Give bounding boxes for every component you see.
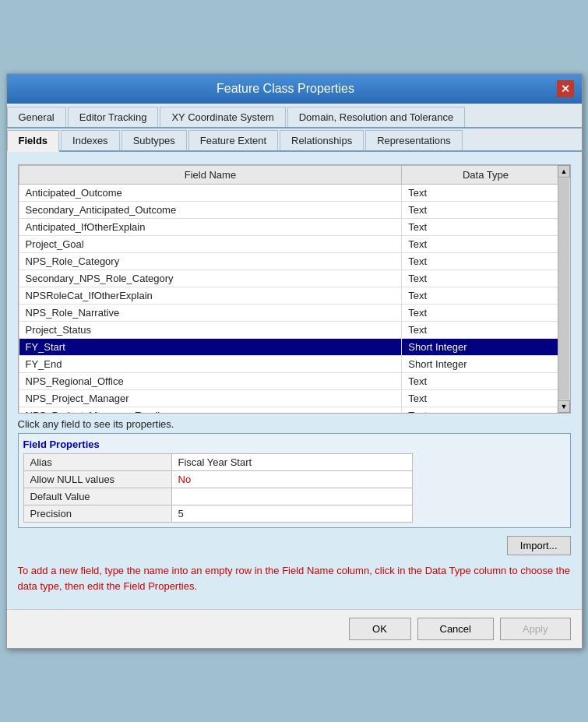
data-type-cell: Text (402, 219, 569, 236)
tab-general[interactable]: General (7, 107, 66, 127)
data-type-cell: Text (402, 373, 569, 390)
table-row[interactable]: Project_GoalText (19, 236, 569, 253)
table-scroll-area[interactable]: Field Name Data Type Anticipated_Outcome… (19, 165, 570, 413)
table-row[interactable]: FY_EndShort Integer (19, 356, 569, 373)
tabs-row2: Fields Indexes Subtypes Feature Extent R… (7, 129, 582, 152)
data-type-cell: Text (402, 407, 569, 414)
prop-value[interactable]: 5 (171, 505, 412, 523)
props-row: Allow NULL valuesNo (23, 471, 412, 488)
field-name-cell: Anticipated_IfOtherExplain (19, 219, 402, 236)
field-name-cell: NPSRoleCat_IfOtherExplain (19, 287, 402, 305)
table-row[interactable]: NPS_Project_ManagerText (19, 390, 569, 407)
data-type-cell: Text (402, 253, 569, 270)
field-name-cell: FY_End (19, 356, 402, 373)
properties-table: AliasFiscal Year StartAllow NULL valuesN… (23, 453, 413, 523)
col-header-field-name: Field Name (19, 166, 402, 185)
prop-name: Default Value (23, 488, 171, 505)
scroll-down-button[interactable]: ▼ (558, 400, 570, 413)
window-title: Feature Class Properties (15, 82, 557, 96)
data-type-cell: Text (402, 202, 569, 219)
tab-feature-extent[interactable]: Feature Extent (188, 130, 278, 150)
data-type-cell: Text (402, 270, 569, 287)
props-row: Precision5 (23, 505, 412, 523)
props-row: Default Value (23, 488, 412, 505)
table-row[interactable]: NPS_Project_Manager_EmailText (19, 407, 569, 414)
tab-fields[interactable]: Fields (7, 130, 60, 152)
tab-indexes[interactable]: Indexes (61, 130, 120, 150)
tab-domain-resolution[interactable]: Domain, Resolution and Tolerance (287, 107, 466, 127)
field-name-cell: NPS_Project_Manager_Email (19, 407, 402, 414)
main-window: Feature Class Properties ✕ General Edito… (6, 73, 583, 649)
table-row[interactable]: Anticipated_IfOtherExplainText (19, 219, 569, 236)
field-name-cell: FY_Start (19, 339, 402, 356)
table-row[interactable]: Project_StatusText (19, 322, 569, 339)
prop-name: Precision (23, 505, 171, 523)
ok-button[interactable]: OK (349, 618, 411, 640)
prop-value[interactable] (171, 488, 412, 505)
field-name-cell: Anticipated_Outcome (19, 185, 402, 202)
info-text: To add a new field, type the name into a… (18, 563, 571, 593)
bottom-buttons-bar: OK Cancel Apply (7, 609, 582, 648)
data-type-cell: Text (402, 236, 569, 253)
table-row[interactable]: NPSRoleCat_IfOtherExplainText (19, 287, 569, 305)
field-name-cell: Secondary_Anticipated_Outcome (19, 202, 402, 219)
table-row[interactable]: NPS_Role_CategoryText (19, 253, 569, 270)
prop-name: Allow NULL values (23, 471, 171, 488)
field-name-cell: NPS_Role_Narrative (19, 305, 402, 322)
import-button[interactable]: Import... (507, 536, 571, 555)
table-row[interactable]: NPS_Regional_OfficeText (19, 373, 569, 390)
table-row[interactable]: Anticipated_OutcomeText (19, 185, 569, 202)
scroll-track[interactable] (558, 178, 569, 400)
prop-value[interactable]: Fiscal Year Start (171, 454, 412, 471)
fields-table: Field Name Data Type Anticipated_Outcome… (19, 165, 570, 413)
col-header-data-type: Data Type (402, 166, 569, 185)
table-row[interactable]: FY_StartShort Integer (19, 339, 569, 356)
hint-text: Click any field to see its properties. (18, 418, 571, 430)
field-name-cell: NPS_Project_Manager (19, 390, 402, 407)
prop-name: Alias (23, 454, 171, 471)
close-button[interactable]: ✕ (557, 80, 574, 97)
table-row[interactable]: Secondary_Anticipated_OutcomeText (19, 202, 569, 219)
tabs-row1: General Editor Tracking XY Coordinate Sy… (7, 104, 582, 129)
field-name-cell: Project_Goal (19, 236, 402, 253)
table-row[interactable]: NPS_Role_NarrativeText (19, 305, 569, 322)
tab-xy-coordinate[interactable]: XY Coordinate System (160, 107, 285, 127)
prop-value[interactable]: No (171, 471, 412, 488)
tab-subtypes[interactable]: Subtypes (121, 130, 187, 150)
field-name-cell: Project_Status (19, 322, 402, 339)
data-type-cell: Text (402, 305, 569, 322)
table-row[interactable]: Secondary_NPS_Role_CategoryText (19, 270, 569, 287)
field-name-cell: Secondary_NPS_Role_Category (19, 270, 402, 287)
field-properties-group: Field Properties AliasFiscal Year StartA… (18, 433, 571, 528)
content-area: Field Name Data Type Anticipated_Outcome… (7, 152, 582, 609)
scrollbar[interactable]: ▲ ▼ (558, 165, 570, 413)
apply-button[interactable]: Apply (500, 618, 571, 640)
data-type-cell: Text (402, 287, 569, 305)
field-name-cell: NPS_Role_Category (19, 253, 402, 270)
tab-editor-tracking[interactable]: Editor Tracking (68, 107, 159, 127)
fields-table-container: Field Name Data Type Anticipated_Outcome… (18, 164, 571, 414)
title-bar: Feature Class Properties ✕ (7, 74, 582, 104)
props-row: AliasFiscal Year Start (23, 454, 412, 471)
tab-relationships[interactable]: Relationships (280, 130, 364, 150)
cancel-button[interactable]: Cancel (417, 618, 494, 640)
data-type-cell: Short Integer (402, 356, 569, 373)
tab-representations[interactable]: Representations (365, 130, 463, 150)
data-type-cell: Text (402, 185, 569, 202)
data-type-cell: Text (402, 390, 569, 407)
data-type-cell: Short Integer (402, 339, 569, 356)
data-type-cell: Text (402, 322, 569, 339)
field-properties-label: Field Properties (23, 438, 565, 450)
field-name-cell: NPS_Regional_Office (19, 373, 402, 390)
scroll-up-button[interactable]: ▲ (558, 165, 570, 178)
